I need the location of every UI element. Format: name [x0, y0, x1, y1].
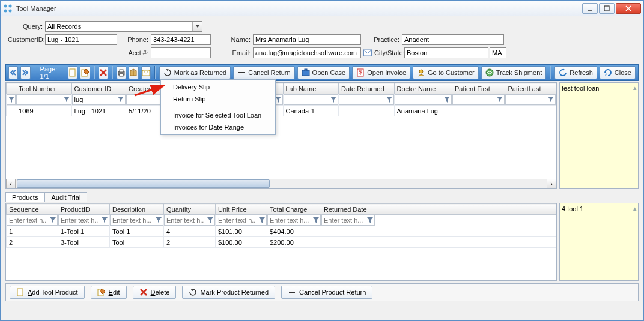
state-field[interactable] [490, 47, 506, 58]
filter-tool-number[interactable] [17, 95, 62, 104]
col-description[interactable]: Description [110, 204, 164, 215]
tab-products[interactable]: Products [5, 192, 44, 202]
mail-icon[interactable] [363, 49, 372, 56]
filter-doctor-name[interactable] [395, 95, 443, 104]
city-field[interactable] [404, 47, 488, 58]
add-tool-product-button[interactable]: Add Tool Product [10, 286, 85, 299]
mail-button[interactable] [141, 66, 151, 79]
col-total-charge[interactable]: Total Charge [267, 204, 321, 215]
filter-date-returned[interactable] [339, 95, 385, 104]
filter-returned-date[interactable] [322, 215, 366, 225]
print-button[interactable] [117, 66, 126, 79]
lower-tabs: Products Audit Trial [5, 191, 639, 202]
svg-point-21 [419, 70, 423, 73]
close-button[interactable]: Close [600, 66, 636, 79]
app-icon [3, 4, 13, 13]
col-returned-date[interactable]: Returned Date [321, 204, 375, 215]
col-date-returned[interactable]: Date Returned [339, 83, 395, 94]
name-field[interactable] [253, 34, 361, 45]
menu-invoices-range[interactable]: Invoices for Date Range [162, 121, 274, 133]
customerid-field[interactable] [45, 34, 117, 45]
maximize-button[interactable] [599, 3, 615, 14]
filter-sequence[interactable] [7, 215, 49, 225]
filter-quantity[interactable] [165, 215, 206, 225]
col-patient-first[interactable]: Patient First [452, 83, 505, 94]
table-row[interactable]: 23-ToolTool2$100.00$200.00 [7, 237, 556, 248]
col-patient-last[interactable]: PatientLast [505, 83, 556, 94]
table-row[interactable]: 11-Tool 1Tool 14$101.00$404.00 [7, 226, 556, 237]
lower-grid-container: Sequence ProductID Description Quantity … [5, 203, 639, 281]
filter-description[interactable] [111, 215, 154, 225]
practice-field[interactable] [402, 34, 504, 45]
email-field[interactable] [253, 47, 361, 58]
filter-patient-first[interactable] [453, 95, 496, 104]
svg-point-0 [4, 4, 7, 7]
menu-delivery-slip[interactable]: Delivery Slip [162, 81, 274, 93]
svg-point-1 [9, 4, 12, 7]
filter-row [7, 215, 556, 226]
upper-grid-container: Tool Number Customer ID Created Lab Name… [5, 82, 639, 189]
col-unit-price[interactable]: Unit Price [216, 204, 267, 215]
col-lab-name[interactable]: Lab Name [283, 83, 339, 94]
page-next-button[interactable] [20, 66, 30, 79]
name-label: Name: [211, 36, 253, 43]
page-prev-button[interactable] [8, 66, 18, 79]
col-tool-number[interactable]: Tool Number [16, 83, 72, 94]
go-to-customer-button[interactable]: Go to Customer [413, 66, 479, 79]
filter-customer-id[interactable] [73, 95, 117, 104]
track-shipment-button[interactable]: Track Shipment [481, 66, 547, 79]
open-case-button[interactable]: Open Case [297, 66, 350, 79]
acct-label: Acct #: [117, 49, 151, 56]
mark-returned-button[interactable]: Mark as Returned [159, 66, 231, 79]
query-dropdown[interactable] [45, 21, 202, 32]
svg-text:$: $ [359, 68, 362, 76]
svg-rect-18 [305, 69, 307, 71]
lower-note-panel[interactable]: 4 tool 1 ▴ [559, 203, 639, 281]
svg-point-2 [4, 9, 7, 12]
filter-productid[interactable] [59, 215, 100, 225]
phone-field[interactable] [151, 34, 211, 45]
chevron-down-icon[interactable] [192, 22, 202, 31]
cancel-return-button[interactable]: Cancel Return [233, 66, 294, 79]
email-label: Email: [211, 49, 253, 56]
cancel-product-return-button[interactable]: Cancel Product Return [281, 286, 372, 299]
customerid-label: CustomerID: [8, 36, 45, 43]
tab-audit-trial[interactable]: Audit Trial [44, 192, 87, 202]
filter-patient-last[interactable] [506, 95, 547, 104]
svg-rect-5 [604, 6, 609, 11]
open-invoice-button[interactable]: $Open Invoice [352, 66, 410, 79]
table-row[interactable]: 1069 Lug - 1021 5/11/20 Canada-1 Anamari… [7, 106, 556, 116]
scroll-up-icon: ▴ [633, 84, 637, 92]
menu-invoice-selected[interactable]: Invoice for Selected Tool Loan [162, 109, 274, 121]
edit-product-button[interactable]: Edit [91, 286, 127, 299]
close-window-button[interactable] [616, 3, 641, 14]
edit-button[interactable] [80, 66, 90, 79]
upper-grid[interactable]: Tool Number Customer ID Created Lab Name… [5, 82, 557, 189]
svg-point-3 [9, 9, 12, 12]
package-button[interactable] [129, 66, 138, 79]
lower-grid[interactable]: Sequence ProductID Description Quantity … [5, 203, 557, 281]
filter-total-charge[interactable] [268, 215, 312, 225]
phone-label: Phone: [117, 36, 151, 43]
col-doctor-name[interactable]: Doctor Name [394, 83, 452, 94]
lower-note-text: 4 tool 1 [562, 205, 583, 212]
filter-lab-name[interactable] [284, 95, 330, 104]
minimize-button[interactable] [582, 3, 598, 14]
mark-product-returned-button[interactable]: Mark Product Returned [182, 286, 275, 299]
col-productid[interactable]: ProductID [58, 204, 110, 215]
upper-note-panel[interactable]: test tool loan ▴ [559, 82, 639, 189]
col-sequence[interactable]: Sequence [7, 204, 58, 215]
horizontal-scrollbar[interactable]: ‹ › [6, 179, 556, 188]
filter-unit-price[interactable] [216, 215, 258, 225]
acct-field[interactable] [151, 47, 211, 58]
delete-button[interactable] [99, 66, 108, 79]
new-button[interactable] [68, 66, 77, 79]
refresh-button[interactable]: Refresh [554, 66, 597, 79]
scroll-up-icon: ▴ [633, 205, 637, 212]
print-menu: Delivery Slip Return Slip Invoice for Se… [160, 79, 276, 135]
delete-product-button[interactable]: Delete [133, 286, 177, 299]
col-quantity[interactable]: Quantity [164, 204, 216, 215]
form-header: Query: CustomerID: Phone: Name: Practice… [1, 16, 643, 62]
col-customer-id[interactable]: Customer ID [71, 83, 126, 94]
menu-return-slip[interactable]: Return Slip [162, 93, 274, 105]
